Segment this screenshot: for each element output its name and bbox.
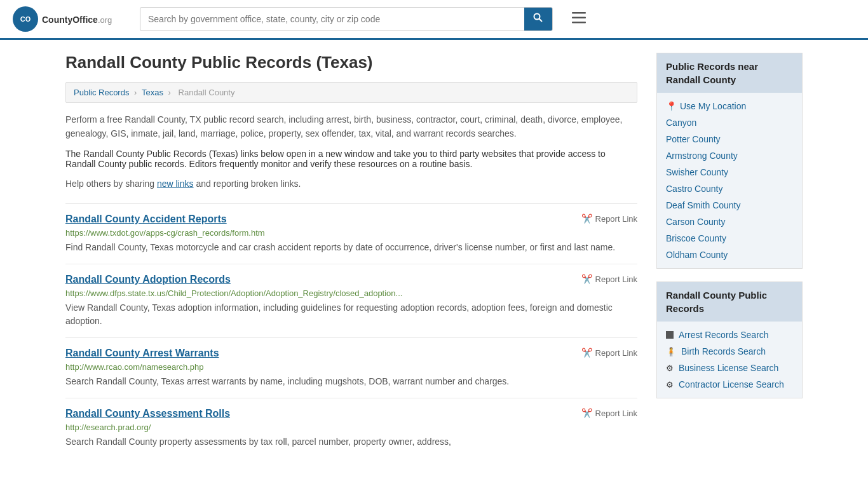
main-container: Randall County Public Records (Texas) Pu… [53, 40, 815, 471]
breadcrumb-sep-2: › [168, 88, 173, 97]
record-header-2: Randall County Arrest Warrants ✂️ Report… [65, 348, 637, 359]
menu-button[interactable] [572, 11, 586, 27]
nearby-link-2[interactable]: Armstrong County [666, 151, 738, 161]
breadcrumb-public-records[interactable]: Public Records [74, 88, 129, 97]
record-url-1[interactable]: https://www.dfps.state.tx.us/Child_Prote… [65, 288, 637, 298]
logo[interactable]: CO CountyOffice.org [13, 6, 127, 32]
record-url-2[interactable]: http://www.rcao.com/namesearch.php [65, 362, 637, 372]
record-item: Randall County Adoption Records ✂️ Repor… [65, 264, 637, 337]
sidebar-nearby-items: CanyonPotter CountyArmstrong CountySwish… [657, 114, 802, 263]
breadcrumb-current: Randall County [179, 88, 235, 97]
arrest-icon [666, 331, 674, 339]
record-item: Randall County Accident Reports ✂️ Repor… [65, 203, 637, 264]
record-url-0[interactable]: https://www.txdot.gov/apps-cg/crash_reco… [65, 228, 637, 238]
sharing-text-before: Help others by sharing [65, 179, 157, 189]
records-link-2[interactable]: Business License Search [679, 363, 778, 373]
record-desc-3: Search Randall County property assessmen… [65, 435, 637, 449]
sidebar-records-items: Arrest Records Search🧍Birth Records Sear… [657, 327, 802, 393]
record-header-3: Randall County Assessment Rolls ✂️ Repor… [65, 408, 637, 419]
nearby-link-1[interactable]: Potter County [666, 134, 721, 144]
record-title-2[interactable]: Randall County Arrest Warrants [65, 348, 219, 359]
intro-paragraph: Perform a free Randall County, TX public… [65, 112, 637, 141]
nearby-link-8[interactable]: Oldham County [666, 250, 728, 260]
report-link-0[interactable]: ✂️ Report Link [581, 214, 637, 224]
new-links-link[interactable]: new links [157, 179, 194, 189]
sharing-text-after: and reporting broken links. [194, 179, 301, 189]
record-desc-1: View Randall County, Texas adoption info… [65, 301, 637, 328]
report-link-1[interactable]: ✂️ Report Link [581, 274, 637, 284]
body-paragraph: The Randall County Public Records (Texas… [65, 149, 637, 169]
sidebar-nearby-item-0[interactable]: Canyon [657, 114, 802, 131]
content-area: Randall County Public Records (Texas) Pu… [65, 53, 637, 458]
page-title: Randall County Public Records (Texas) [65, 53, 637, 72]
report-icon-0: ✂️ [581, 214, 592, 224]
use-my-location-link[interactable]: Use My Location [680, 101, 746, 111]
report-icon-2: ✂️ [581, 348, 592, 358]
logo-text: CountyOffice.org [42, 13, 112, 26]
breadcrumb: Public Records › Texas › Randall County [65, 82, 637, 103]
sidebar-nearby-item-4[interactable]: Castro County [657, 180, 802, 197]
sidebar-nearby-item-5[interactable]: Deaf Smith County [657, 197, 802, 214]
svg-line-3 [539, 19, 543, 22]
svg-rect-6 [572, 22, 586, 24]
svg-rect-5 [572, 17, 586, 19]
header: CO CountyOffice.org [0, 0, 868, 40]
record-item: Randall County Arrest Warrants ✂️ Report… [65, 337, 637, 398]
report-icon-1: ✂️ [581, 274, 592, 284]
sidebar-records-section: Randall County Public Records Arrest Rec… [656, 281, 803, 398]
nearby-link-4[interactable]: Castro County [666, 184, 722, 194]
records-link-0[interactable]: Arrest Records Search [679, 330, 769, 340]
records-link-1[interactable]: Birth Records Search [681, 346, 766, 356]
report-link-3[interactable]: ✂️ Report Link [581, 408, 637, 418]
sidebar-nearby-body: 📍 Use My Location CanyonPotter CountyArm… [657, 93, 802, 268]
sidebar: Public Records near Randall County 📍 Use… [656, 53, 803, 458]
report-link-2[interactable]: ✂️ Report Link [581, 348, 637, 358]
record-item: Randall County Assessment Rolls ✂️ Repor… [65, 398, 637, 458]
nearby-link-5[interactable]: Deaf Smith County [666, 200, 741, 210]
sidebar-nearby-header: Public Records near Randall County [657, 53, 802, 93]
pin-icon: 📍 [666, 101, 677, 111]
sidebar-nearby-item-6[interactable]: Carson County [657, 214, 802, 230]
nearby-link-7[interactable]: Briscoe County [666, 233, 726, 243]
sidebar-nearby-item-8[interactable]: Oldham County [657, 247, 802, 263]
record-url-3[interactable]: http://esearch.prad.org/ [65, 423, 637, 432]
sidebar-nearby-item-3[interactable]: Swisher County [657, 164, 802, 180]
svg-rect-4 [572, 12, 586, 14]
record-desc-0: Find Randall County, Texas motorcycle an… [65, 241, 637, 254]
breadcrumb-texas[interactable]: Texas [142, 88, 163, 97]
sidebar-nearby-item-7[interactable]: Briscoe County [657, 230, 802, 247]
sharing-paragraph: Help others by sharing new links and rep… [65, 177, 637, 191]
record-title-3[interactable]: Randall County Assessment Rolls [65, 408, 230, 419]
sidebar-nearby-item-2[interactable]: Armstrong County [657, 147, 802, 164]
report-icon-3: ✂️ [581, 408, 592, 418]
records-list: Randall County Accident Reports ✂️ Repor… [65, 203, 637, 458]
sidebar-records-body: Arrest Records Search🧍Birth Records Sear… [657, 322, 802, 398]
svg-point-2 [534, 14, 540, 20]
sidebar-record-item-1[interactable]: 🧍Birth Records Search [657, 343, 802, 360]
record-header-0: Randall County Accident Reports ✂️ Repor… [65, 214, 637, 225]
sidebar-nearby-item-1[interactable]: Potter County [657, 131, 802, 147]
sidebar-record-item-0[interactable]: Arrest Records Search [657, 327, 802, 343]
birth-icon: 🧍 [666, 347, 676, 356]
search-bar [140, 7, 553, 31]
gear-icon-2: ⚙ [666, 363, 674, 373]
svg-text:CO: CO [20, 15, 31, 23]
nearby-link-0[interactable]: Canyon [666, 118, 696, 128]
sidebar-records-header: Randall County Public Records [657, 282, 802, 322]
record-desc-2: Search Randall County, Texas arrest warr… [65, 375, 637, 388]
breadcrumb-sep-1: › [134, 88, 139, 97]
sidebar-nearby-section: Public Records near Randall County 📍 Use… [656, 53, 803, 269]
search-button[interactable] [524, 8, 552, 30]
sidebar-record-item-2[interactable]: ⚙Business License Search [657, 360, 802, 376]
nearby-link-3[interactable]: Swisher County [666, 167, 728, 177]
nearby-link-6[interactable]: Carson County [666, 217, 725, 227]
sidebar-record-item-3[interactable]: ⚙Contractor License Search [657, 376, 802, 393]
records-link-3[interactable]: Contractor License Search [679, 379, 784, 390]
record-header-1: Randall County Adoption Records ✂️ Repor… [65, 274, 637, 285]
logo-icon: CO [13, 6, 38, 32]
search-input[interactable] [140, 9, 524, 29]
record-title-1[interactable]: Randall County Adoption Records [65, 274, 231, 285]
sidebar-use-my-location[interactable]: 📍 Use My Location [657, 98, 802, 114]
gear-icon-3: ⚙ [666, 380, 674, 390]
record-title-0[interactable]: Randall County Accident Reports [65, 214, 227, 225]
